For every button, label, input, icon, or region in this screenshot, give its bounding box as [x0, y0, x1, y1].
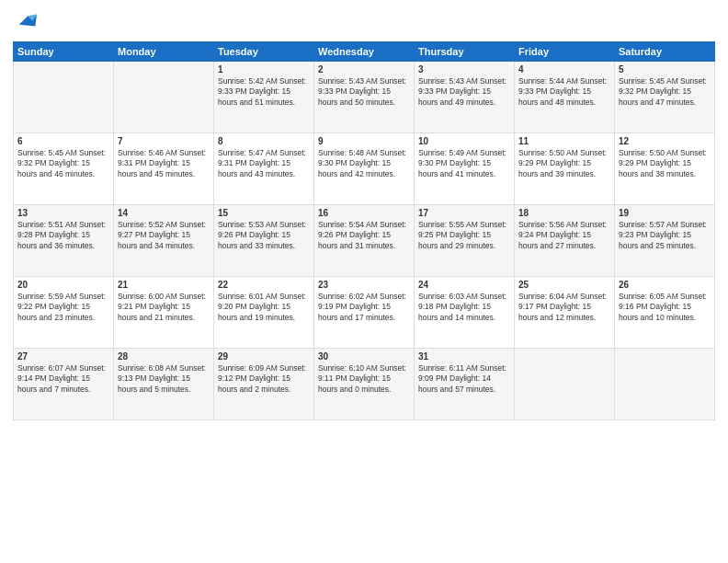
- day-number: 19: [619, 208, 711, 218]
- calendar-cell: 18Sunrise: 5:56 AM Sunset: 9:24 PM Dayli…: [515, 204, 615, 276]
- day-number: 18: [518, 208, 610, 218]
- day-info: Sunrise: 5:52 AM Sunset: 9:27 PM Dayligh…: [118, 220, 210, 251]
- calendar-cell: 6Sunrise: 5:45 AM Sunset: 9:32 PM Daylig…: [14, 132, 114, 204]
- day-number: 23: [318, 280, 410, 290]
- day-info: Sunrise: 5:43 AM Sunset: 9:33 PM Dayligh…: [318, 76, 410, 108]
- calendar-cell: 12Sunrise: 5:50 AM Sunset: 9:29 PM Dayli…: [615, 132, 715, 204]
- day-number: 15: [218, 208, 310, 218]
- day-number: 31: [418, 351, 510, 362]
- calendar-cell: 17Sunrise: 5:55 AM Sunset: 9:25 PM Dayli…: [415, 204, 515, 276]
- header-day-thursday: Thursday: [415, 41, 515, 61]
- day-info: Sunrise: 5:43 AM Sunset: 9:33 PM Dayligh…: [418, 76, 510, 108]
- header-row: SundayMondayTuesdayWednesdayThursdayFrid…: [14, 41, 715, 61]
- week-row-2: 6Sunrise: 5:45 AM Sunset: 9:32 PM Daylig…: [14, 132, 715, 204]
- calendar-cell: 2Sunrise: 5:43 AM Sunset: 9:33 PM Daylig…: [314, 61, 415, 132]
- header-day-friday: Friday: [515, 41, 615, 61]
- calendar-cell: 15Sunrise: 5:53 AM Sunset: 9:26 PM Dayli…: [214, 204, 314, 276]
- day-info: Sunrise: 6:07 AM Sunset: 9:14 PM Dayligh…: [17, 363, 109, 395]
- day-info: Sunrise: 5:46 AM Sunset: 9:31 PM Dayligh…: [118, 148, 210, 179]
- calendar-cell: 26Sunrise: 6:05 AM Sunset: 9:16 PM Dayli…: [615, 276, 715, 348]
- day-number: 5: [619, 64, 711, 75]
- day-number: 7: [118, 136, 210, 146]
- calendar-cell: 4Sunrise: 5:44 AM Sunset: 9:33 PM Daylig…: [515, 61, 615, 132]
- calendar-cell: 25Sunrise: 6:04 AM Sunset: 9:17 PM Dayli…: [515, 276, 615, 348]
- day-number: 2: [318, 64, 410, 75]
- day-info: Sunrise: 5:50 AM Sunset: 9:29 PM Dayligh…: [619, 148, 711, 179]
- day-info: Sunrise: 6:03 AM Sunset: 9:18 PM Dayligh…: [418, 292, 510, 323]
- calendar-cell: 5Sunrise: 5:45 AM Sunset: 9:32 PM Daylig…: [615, 61, 715, 132]
- logo-text: [13, 9, 37, 36]
- day-info: Sunrise: 5:45 AM Sunset: 9:32 PM Dayligh…: [619, 76, 711, 108]
- day-number: 9: [318, 136, 410, 146]
- day-info: Sunrise: 5:59 AM Sunset: 9:22 PM Dayligh…: [17, 292, 109, 323]
- calendar-cell: 1Sunrise: 5:42 AM Sunset: 9:33 PM Daylig…: [214, 61, 314, 132]
- calendar-cell: 8Sunrise: 5:47 AM Sunset: 9:31 PM Daylig…: [214, 132, 314, 204]
- day-number: 22: [218, 280, 310, 290]
- day-number: 28: [118, 351, 210, 362]
- calendar-cell: 3Sunrise: 5:43 AM Sunset: 9:33 PM Daylig…: [415, 61, 515, 132]
- day-number: 24: [418, 280, 510, 290]
- calendar-cell: 23Sunrise: 6:02 AM Sunset: 9:19 PM Dayli…: [314, 276, 415, 348]
- day-info: Sunrise: 5:55 AM Sunset: 9:25 PM Dayligh…: [418, 220, 510, 251]
- day-info: Sunrise: 5:45 AM Sunset: 9:32 PM Dayligh…: [17, 148, 109, 179]
- week-row-5: 27Sunrise: 6:07 AM Sunset: 9:14 PM Dayli…: [14, 348, 715, 419]
- calendar-cell: 24Sunrise: 6:03 AM Sunset: 9:18 PM Dayli…: [415, 276, 515, 348]
- day-info: Sunrise: 5:44 AM Sunset: 9:33 PM Dayligh…: [518, 76, 610, 108]
- day-number: 16: [318, 208, 410, 218]
- calendar-cell: 13Sunrise: 5:51 AM Sunset: 9:28 PM Dayli…: [14, 204, 114, 276]
- calendar-cell: 29Sunrise: 6:09 AM Sunset: 9:12 PM Dayli…: [214, 348, 314, 419]
- day-number: 11: [518, 136, 610, 146]
- day-info: Sunrise: 6:05 AM Sunset: 9:16 PM Dayligh…: [619, 292, 711, 323]
- calendar-cell: [114, 61, 214, 132]
- day-info: Sunrise: 5:54 AM Sunset: 9:26 PM Dayligh…: [318, 220, 410, 251]
- calendar-cell: 30Sunrise: 6:10 AM Sunset: 9:11 PM Dayli…: [314, 348, 415, 419]
- calendar-cell: 10Sunrise: 5:49 AM Sunset: 9:30 PM Dayli…: [415, 132, 515, 204]
- calendar-cell: 22Sunrise: 6:01 AM Sunset: 9:20 PM Dayli…: [214, 276, 314, 348]
- calendar-cell: [615, 348, 715, 419]
- day-info: Sunrise: 6:01 AM Sunset: 9:20 PM Dayligh…: [218, 292, 310, 323]
- day-info: Sunrise: 5:57 AM Sunset: 9:23 PM Dayligh…: [619, 220, 711, 251]
- header-day-sunday: Sunday: [14, 41, 114, 61]
- day-info: Sunrise: 5:42 AM Sunset: 9:33 PM Dayligh…: [218, 76, 310, 108]
- header: [13, 9, 715, 36]
- day-number: 21: [118, 280, 210, 290]
- calendar-cell: [515, 348, 615, 419]
- week-row-4: 20Sunrise: 5:59 AM Sunset: 9:22 PM Dayli…: [14, 276, 715, 348]
- day-info: Sunrise: 5:47 AM Sunset: 9:31 PM Dayligh…: [218, 148, 310, 179]
- day-info: Sunrise: 6:04 AM Sunset: 9:17 PM Dayligh…: [518, 292, 610, 323]
- page: SundayMondayTuesdayWednesdayThursdayFrid…: [0, 0, 728, 563]
- calendar-cell: [14, 61, 114, 132]
- logo-bird-icon: [15, 9, 37, 31]
- day-number: 29: [218, 351, 310, 362]
- day-number: 25: [518, 280, 610, 290]
- day-info: Sunrise: 6:08 AM Sunset: 9:13 PM Dayligh…: [118, 363, 210, 395]
- day-info: Sunrise: 5:48 AM Sunset: 9:30 PM Dayligh…: [318, 148, 410, 179]
- calendar-cell: 28Sunrise: 6:08 AM Sunset: 9:13 PM Dayli…: [114, 348, 214, 419]
- day-info: Sunrise: 6:09 AM Sunset: 9:12 PM Dayligh…: [218, 363, 310, 395]
- day-number: 27: [17, 351, 109, 362]
- day-info: Sunrise: 5:51 AM Sunset: 9:28 PM Dayligh…: [17, 220, 109, 251]
- calendar-cell: 27Sunrise: 6:07 AM Sunset: 9:14 PM Dayli…: [14, 348, 114, 419]
- day-info: Sunrise: 6:02 AM Sunset: 9:19 PM Dayligh…: [318, 292, 410, 323]
- calendar-cell: 19Sunrise: 5:57 AM Sunset: 9:23 PM Dayli…: [615, 204, 715, 276]
- week-row-3: 13Sunrise: 5:51 AM Sunset: 9:28 PM Dayli…: [14, 204, 715, 276]
- day-number: 14: [118, 208, 210, 218]
- calendar-table: SundayMondayTuesdayWednesdayThursdayFrid…: [13, 41, 715, 420]
- day-number: 6: [17, 136, 109, 146]
- header-day-tuesday: Tuesday: [214, 41, 314, 61]
- day-info: Sunrise: 6:10 AM Sunset: 9:11 PM Dayligh…: [318, 363, 410, 395]
- header-day-wednesday: Wednesday: [314, 41, 415, 61]
- week-row-1: 1Sunrise: 5:42 AM Sunset: 9:33 PM Daylig…: [14, 61, 715, 132]
- day-info: Sunrise: 5:56 AM Sunset: 9:24 PM Dayligh…: [518, 220, 610, 251]
- calendar-cell: 20Sunrise: 5:59 AM Sunset: 9:22 PM Dayli…: [14, 276, 114, 348]
- calendar-cell: 11Sunrise: 5:50 AM Sunset: 9:29 PM Dayli…: [515, 132, 615, 204]
- calendar-cell: 14Sunrise: 5:52 AM Sunset: 9:27 PM Dayli…: [114, 204, 214, 276]
- header-day-monday: Monday: [114, 41, 214, 61]
- day-info: Sunrise: 5:49 AM Sunset: 9:30 PM Dayligh…: [418, 148, 510, 179]
- header-day-saturday: Saturday: [615, 41, 715, 61]
- day-number: 1: [218, 64, 310, 75]
- day-number: 13: [17, 208, 109, 218]
- day-number: 10: [418, 136, 510, 146]
- day-number: 8: [218, 136, 310, 146]
- day-info: Sunrise: 6:11 AM Sunset: 9:09 PM Dayligh…: [418, 363, 510, 395]
